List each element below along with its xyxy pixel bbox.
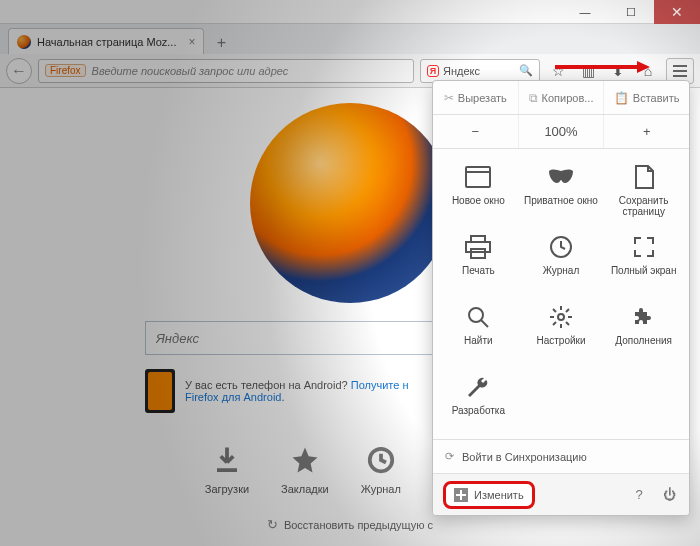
search-engine-label: Яндекс [443, 65, 480, 77]
star-icon [288, 443, 322, 477]
window-close-button[interactable]: ✕ [654, 0, 700, 24]
menu-label: Журнал [543, 265, 580, 276]
edit-row: ✂Вырезать ⧉Копиров... 📋Вставить [433, 81, 689, 115]
menu-label: Сохранить страницу [604, 195, 683, 217]
new-tab-button[interactable]: + [210, 32, 232, 54]
address-bar[interactable]: Firefox Введите поисковый запрос или адр… [38, 59, 414, 83]
quick-label: Журнал [361, 483, 401, 495]
copy-icon: ⧉ [529, 91, 538, 105]
app-menu-panel: ✂Вырезать ⧉Копиров... 📋Вставить − 100% +… [432, 80, 690, 516]
clock-icon [546, 233, 576, 261]
menu-find[interactable]: Найти [437, 297, 520, 365]
back-button[interactable]: ← [6, 58, 32, 84]
plus-icon [454, 488, 468, 502]
puzzle-icon [629, 303, 659, 331]
home-icon[interactable]: ⌂ [636, 59, 660, 83]
menu-settings[interactable]: Настройки [520, 297, 603, 365]
customize-button[interactable]: Изменить [443, 481, 535, 509]
menu-new-window[interactable]: Новое окно [437, 157, 520, 225]
menu-label: Найти [464, 335, 493, 346]
menu-label: Приватное окно [524, 195, 598, 206]
cut-label: Вырезать [458, 92, 507, 104]
svg-line-10 [481, 320, 488, 327]
search-bar[interactable]: Я Яндекс 🔍 [420, 59, 540, 83]
menu-bottom-bar: Изменить ? ⏻ [433, 473, 689, 515]
android-question: У вас есть телефон на Android? [185, 379, 348, 391]
tab-active[interactable]: Начальная страница Moz... × [8, 28, 204, 54]
window-icon [463, 163, 493, 191]
page-icon [629, 163, 659, 191]
window-maximize-button[interactable]: ☐ [608, 0, 654, 24]
download-arrow-icon [210, 443, 244, 477]
menu-label: Разработка [452, 405, 505, 416]
paste-button[interactable]: 📋Вставить [604, 81, 689, 114]
quick-label: Загрузки [205, 483, 249, 495]
menu-private-window[interactable]: Приватное окно [520, 157, 603, 225]
svg-point-11 [558, 314, 564, 320]
tab-close-icon[interactable]: × [188, 35, 195, 49]
cut-button[interactable]: ✂Вырезать [433, 81, 519, 114]
firefox-favicon-icon [17, 35, 31, 49]
cut-icon: ✂ [444, 91, 454, 105]
search-icon[interactable]: 🔍 [519, 64, 533, 77]
menu-label: Полный экран [611, 265, 677, 276]
clock-icon [364, 443, 398, 477]
fullscreen-icon [629, 233, 659, 261]
restore-label: Восстановить предыдущую с [284, 519, 433, 531]
zoom-out-button[interactable]: − [433, 115, 519, 148]
paste-icon: 📋 [614, 91, 629, 105]
address-placeholder: Введите поисковый запрос или адрес [92, 65, 289, 77]
firefox-logo-icon [250, 103, 450, 303]
svg-rect-3 [466, 167, 490, 187]
tab-strip: Начальная страница Moz... × + [0, 24, 700, 54]
sync-icon: ⟳ [445, 450, 454, 463]
menu-grid: Новое окно Приватное окно Сохранить стра… [433, 149, 689, 439]
zoom-row: − 100% + [433, 115, 689, 149]
menu-label: Настройки [536, 335, 585, 346]
gear-icon [546, 303, 576, 331]
tab-title: Начальная страница Moz... [37, 36, 176, 48]
quick-label: Закладки [281, 483, 329, 495]
quick-downloads[interactable]: Загрузки [205, 443, 249, 495]
menu-sync[interactable]: ⟳ Войти в Синхронизацию [433, 439, 689, 473]
svg-point-9 [469, 308, 483, 322]
window-minimize-button[interactable]: — [562, 0, 608, 24]
help-button[interactable]: ? [629, 487, 649, 502]
menu-label: Дополнения [615, 335, 672, 346]
menu-save-page[interactable]: Сохранить страницу [602, 157, 685, 225]
wrench-icon [463, 373, 493, 401]
downloads-icon[interactable]: ⬇ [606, 59, 630, 83]
android-link-2[interactable]: Firefox для Android [185, 391, 281, 403]
copy-label: Копиров... [542, 92, 594, 104]
paste-label: Вставить [633, 92, 680, 104]
svg-rect-7 [471, 249, 485, 258]
menu-history[interactable]: Журнал [520, 227, 603, 295]
restore-session[interactable]: ↻ Восстановить предыдущую с [267, 517, 433, 532]
menu-fullscreen[interactable]: Полный экран [602, 227, 685, 295]
svg-rect-6 [466, 242, 490, 252]
android-phone-icon [145, 369, 175, 413]
menu-developer[interactable]: Разработка [437, 367, 520, 435]
power-button[interactable]: ⏻ [659, 487, 679, 502]
magnifier-icon [463, 303, 493, 331]
menu-print[interactable]: Печать [437, 227, 520, 295]
restore-icon: ↻ [267, 517, 278, 532]
copy-button[interactable]: ⧉Копиров... [519, 81, 605, 114]
quick-history[interactable]: Журнал [361, 443, 401, 495]
yandex-icon: Я [427, 65, 439, 77]
printer-icon [463, 233, 493, 261]
customize-label: Изменить [474, 489, 524, 501]
library-icon[interactable]: ▥ [576, 59, 600, 83]
firefox-badge: Firefox [45, 64, 86, 77]
zoom-level: 100% [519, 115, 605, 148]
menu-label: Новое окно [452, 195, 505, 206]
zoom-in-button[interactable]: + [604, 115, 689, 148]
menu-label: Печать [462, 265, 495, 276]
sync-label: Войти в Синхронизацию [462, 451, 587, 463]
mask-icon [546, 163, 576, 191]
android-link[interactable]: Получите н [351, 379, 409, 391]
window-titlebar: — ☐ ✕ [0, 0, 700, 24]
menu-addons[interactable]: Дополнения [602, 297, 685, 365]
bookmark-star-icon[interactable]: ☆ [546, 59, 570, 83]
quick-bookmarks[interactable]: Закладки [281, 443, 329, 495]
